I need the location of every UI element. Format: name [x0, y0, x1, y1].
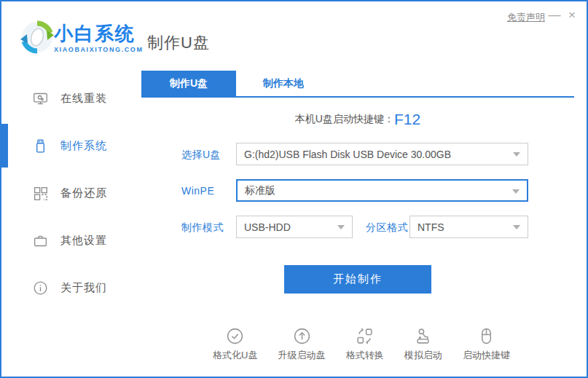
- arrow-up-circle-icon: [293, 327, 311, 345]
- partition-format-label: 分区格式: [366, 221, 408, 235]
- boot-hotkey-value: F12: [394, 111, 420, 127]
- sidebar-item-backup-restore[interactable]: 备份还原: [1, 171, 136, 215]
- close-button[interactable]: ×: [564, 7, 580, 23]
- start-make-button[interactable]: 开始制作: [284, 265, 431, 294]
- usb-drive-icon: [33, 138, 48, 154]
- chevron-down-icon: [512, 189, 520, 194]
- monitor-icon: [33, 91, 48, 106]
- partition-format-dropdown[interactable]: NTFS: [409, 216, 528, 238]
- usb-select-dropdown[interactable]: G:(hd2)USB Flash Disk USB Device 30.00GB: [236, 143, 528, 165]
- tool-label: 格式转换: [346, 349, 384, 362]
- tool-label: 升级启动盘: [278, 349, 326, 362]
- winpe-dropdown[interactable]: 标准版: [236, 179, 528, 202]
- usb-select-label: 选择U盘: [181, 149, 221, 162]
- check-circle-icon: [226, 327, 244, 345]
- sidebar-item-other-settings[interactable]: 其他设置: [1, 218, 136, 262]
- brand-block: 小白系统 XIAOBAIXITONG.COM: [54, 23, 144, 53]
- stamp-icon: [414, 327, 432, 345]
- sidebar-item-about-us[interactable]: 关于我们: [1, 266, 136, 310]
- sidebar-item-label: 制作系统: [60, 139, 107, 153]
- tool-label: 模拟启动: [404, 349, 442, 362]
- tool-boot-hotkey[interactable]: 启动快捷键: [463, 327, 510, 362]
- brand-domain: XIAOBAIXITONG.COM: [54, 46, 144, 53]
- sidebar-item-label: 备份还原: [60, 186, 107, 200]
- chevron-down-icon: [513, 225, 520, 229]
- chevron-down-icon: [337, 225, 345, 229]
- app-window: 小白系统 XIAOBAIXITONG.COM 制作U盘 免责声明 — × 在线重…: [0, 0, 588, 378]
- make-mode-value: USB-HDD: [244, 221, 291, 233]
- grid-squares-icon: [33, 186, 48, 201]
- tab-make-usb[interactable]: 制作U盘: [141, 71, 236, 96]
- make-mode-label: 制作模式: [181, 221, 224, 235]
- tool-upgrade-boot-disk[interactable]: 升级启动盘: [278, 327, 326, 362]
- boot-hotkey-label: 本机U盘启动快捷键：: [295, 113, 394, 125]
- tool-format-convert[interactable]: 格式转换: [346, 327, 384, 362]
- tool-simulate-boot[interactable]: 模拟启动: [404, 327, 442, 362]
- page-title: 制作U盘: [147, 32, 210, 54]
- boot-hotkey-line: 本机U盘启动快捷键：F12: [141, 111, 574, 128]
- sidebar-item-label: 在线重装: [60, 92, 107, 106]
- tool-label: 格式化U盘: [213, 349, 257, 362]
- partition-format-value: NTFS: [418, 221, 444, 233]
- tab-make-local[interactable]: 制作本地: [236, 71, 331, 96]
- sidebar-item-online-reinstall[interactable]: 在线重装: [1, 76, 136, 120]
- active-indicator: [1, 124, 8, 168]
- brand-name: 小白系统: [54, 23, 144, 44]
- sidebar-item-label: 其他设置: [60, 234, 107, 248]
- mouse-icon: [477, 327, 495, 345]
- tool-format-usb[interactable]: 格式化U盘: [213, 327, 257, 362]
- chevron-down-icon: [513, 152, 520, 157]
- sidebar-item-label: 关于我们: [60, 281, 107, 295]
- tool-label: 启动快捷键: [463, 349, 510, 362]
- app-logo-icon: [20, 20, 54, 54]
- info-circle-icon: [33, 280, 48, 296]
- disclaimer-link[interactable]: 免责声明: [507, 11, 545, 24]
- make-mode-dropdown[interactable]: USB-HDD: [236, 216, 353, 238]
- briefcase-icon: [33, 233, 48, 248]
- convert-icon: [356, 327, 374, 345]
- tools-bar: 格式化U盘 升级启动盘 格式转换: [213, 327, 510, 362]
- winpe-value: 标准版: [245, 184, 275, 197]
- winpe-label: WinPE: [181, 185, 214, 197]
- usb-select-value: G:(hd2)USB Flash Disk USB Device 30.00GB: [244, 149, 451, 160]
- tab-underline: [141, 96, 574, 98]
- minimize-button[interactable]: —: [546, 7, 562, 23]
- sidebar-item-make-system[interactable]: 制作系统: [1, 124, 136, 168]
